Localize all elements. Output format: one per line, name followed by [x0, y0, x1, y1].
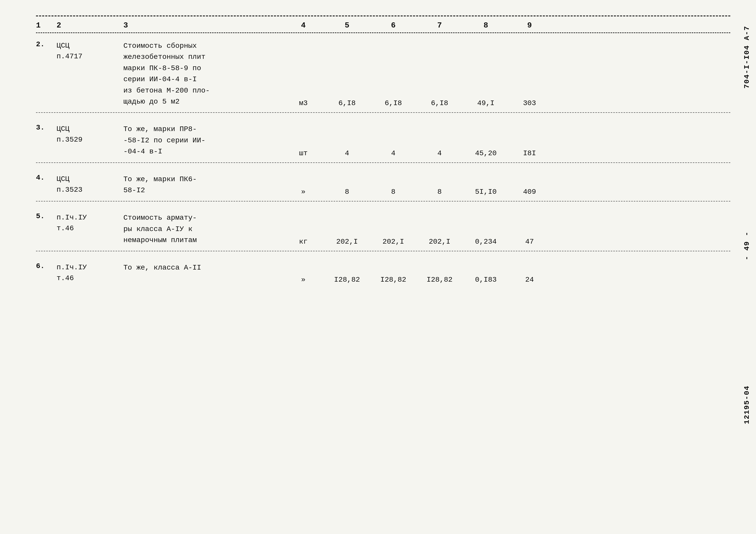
row-id: 5.	[36, 212, 57, 246]
row-v4: 0,I83	[463, 276, 509, 284]
row-values: » 8 8 8 5I,I0 409	[283, 188, 550, 196]
right-label-bot: 12195-04	[743, 386, 751, 424]
col-header-2: 2	[57, 21, 123, 30]
row-unit: »	[283, 188, 324, 196]
row-v1: 4	[324, 149, 370, 157]
row-unit: м3	[283, 99, 324, 107]
row-values: кг 202,I 202,I 202,I 0,234 47	[283, 238, 550, 246]
row-divider	[36, 112, 730, 113]
row-unit: »	[283, 276, 324, 284]
row-v1: 6,I8	[324, 99, 370, 107]
column-header-row: 1 2 3 4 5 6 7 8 9	[36, 16, 730, 33]
col-header-7: 7	[417, 21, 463, 30]
row-code: ЦСЦ п.3529	[57, 123, 123, 157]
row-id: 2.	[36, 40, 57, 107]
row-v2: 8	[370, 188, 417, 196]
col-header-9: 9	[509, 21, 550, 30]
row-code: п.Iч.IУ т.46	[57, 262, 123, 284]
row-v4: 0,234	[463, 238, 509, 246]
row-v2: 4	[370, 149, 417, 157]
row-code: ЦСЦ п.4717	[57, 40, 123, 107]
col-header-3: 3	[123, 21, 283, 30]
col-header-8: 8	[463, 21, 509, 30]
col-header-5: 5	[324, 21, 370, 30]
row-v3: I28,82	[417, 276, 463, 284]
row-desc: То же, марки ПР8- -58-I2 по серии ИИ- -0…	[123, 123, 283, 157]
row-unit: шт	[283, 149, 324, 157]
row-id: 6.	[36, 262, 57, 284]
row-v3: 8	[417, 188, 463, 196]
row-v2: I28,82	[370, 276, 417, 284]
row-v3: 6,I8	[417, 99, 463, 107]
row-divider	[36, 162, 730, 163]
row-id: 3.	[36, 123, 57, 157]
data-section: 2. ЦСЦ п.4717 Стоимость сборных железобе…	[36, 33, 730, 288]
row-v5: 24	[509, 276, 550, 284]
row-v4: 49,I	[463, 99, 509, 107]
row-values: м3 6,I8 6,I8 6,I8 49,I 303	[283, 99, 550, 107]
row-v4: 5I,I0	[463, 188, 509, 196]
row-code: ЦСЦ п.3523	[57, 174, 123, 196]
row-divider	[36, 201, 730, 201]
row-unit: кг	[283, 238, 324, 246]
row-values: » I28,82 I28,82 I28,82 0,I83 24	[283, 276, 550, 284]
table-row: 5. п.Iч.IУ т.46 Стоимость армату- ры кла…	[36, 205, 730, 250]
table-row: 6. п.Iч.IУ т.46 То же, класса А-II » I28…	[36, 255, 730, 288]
row-v1: 202,I	[324, 238, 370, 246]
col-header-4: 4	[283, 21, 324, 30]
row-id: 4.	[36, 174, 57, 196]
row-v1: I28,82	[324, 276, 370, 284]
row-v5: I8I	[509, 149, 550, 157]
row-v4: 45,20	[463, 149, 509, 157]
table-row: 3. ЦСЦ п.3529 То же, марки ПР8- -58-I2 п…	[36, 117, 730, 161]
row-v1: 8	[324, 188, 370, 196]
row-code: п.Iч.IУ т.46	[57, 212, 123, 246]
col-header-1: 1	[36, 21, 57, 30]
right-label-mid: - 49 -	[743, 231, 751, 260]
right-label-top: 704-I-I04 А-7	[743, 26, 751, 89]
row-v5: 47	[509, 238, 550, 246]
col-header-6: 6	[370, 21, 417, 30]
row-v3: 202,I	[417, 238, 463, 246]
page-container: 1 2 3 4 5 6 7 8 9 2. ЦСЦ п.4717 Стоимост…	[0, 0, 756, 534]
row-v3: 4	[417, 149, 463, 157]
dashed-top-border	[36, 15, 730, 16]
table-row: 4. ЦСЦ п.3523 То же, марки ПК6- 58-I2 » …	[36, 167, 730, 200]
row-v5: 303	[509, 99, 550, 107]
row-desc: Стоимость армату- ры класса А-IУ к немар…	[123, 212, 283, 246]
row-desc: То же, марки ПК6- 58-I2	[123, 174, 283, 196]
row-desc: Стоимость сборных железобетонных плит ма…	[123, 40, 283, 107]
row-values: шт 4 4 4 45,20 I8I	[283, 149, 550, 157]
table-row: 2. ЦСЦ п.4717 Стоимость сборных железобе…	[36, 33, 730, 111]
row-v2: 202,I	[370, 238, 417, 246]
row-desc: То же, класса А-II	[123, 262, 283, 284]
row-v2: 6,I8	[370, 99, 417, 107]
row-divider	[36, 251, 730, 251]
row-v5: 409	[509, 188, 550, 196]
